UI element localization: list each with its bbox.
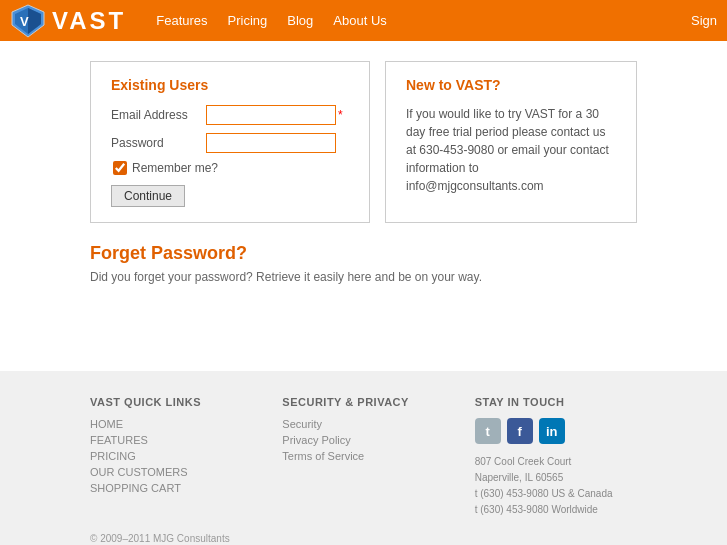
nav-about-us[interactable]: About Us [333, 13, 386, 28]
password-row: Password [111, 133, 349, 153]
nav-blog[interactable]: Blog [287, 13, 313, 28]
nav-pricing[interactable]: Pricing [228, 13, 268, 28]
address-line1: 807 Cool Creek Court [475, 454, 637, 470]
svg-text:V: V [20, 14, 29, 29]
logo-text: VAST [52, 7, 126, 35]
content-row: Existing Users Email Address * Password … [90, 61, 637, 223]
password-input[interactable] [206, 133, 336, 153]
facebook-icon[interactable]: f [507, 418, 533, 444]
footer-link-customers[interactable]: OUR CUSTOMERS [90, 466, 252, 478]
quick-links-col: VAST QUICK LINKS HOME FEATURES PRICING O… [90, 396, 252, 518]
footer: VAST QUICK LINKS HOME FEATURES PRICING O… [0, 371, 727, 545]
logo-area: V VAST [10, 3, 126, 39]
stay-in-touch-col: STAY IN TOUCH t f in 807 Cool Creek Cour… [475, 396, 637, 518]
main-content: Existing Users Email Address * Password … [0, 41, 727, 341]
remember-label: Remember me? [132, 161, 218, 175]
quick-links-title: VAST QUICK LINKS [90, 396, 252, 408]
stay-in-touch-title: STAY IN TOUCH [475, 396, 637, 408]
required-star: * [338, 108, 343, 122]
remember-checkbox[interactable] [113, 161, 127, 175]
email-row: Email Address * [111, 105, 349, 125]
security-title: SECURITY & PRIVACY [282, 396, 444, 408]
twitter-icon[interactable]: t [475, 418, 501, 444]
header: V VAST Features Pricing Blog About Us Si… [0, 0, 727, 41]
forget-password-section: Forget Password? Did you forget your pas… [90, 243, 637, 284]
footer-link-terms[interactable]: Terms of Service [282, 450, 444, 462]
remember-row: Remember me? [113, 161, 349, 175]
contact-info: 807 Cool Creek Court Naperville, IL 6056… [475, 454, 637, 518]
social-icons: t f in [475, 418, 637, 444]
footer-link-privacy[interactable]: Privacy Policy [282, 434, 444, 446]
existing-users-title: Existing Users [111, 77, 349, 93]
forget-password-title: Forget Password? [90, 243, 637, 264]
email-label: Email Address [111, 108, 206, 122]
address-line2: Naperville, IL 60565 [475, 470, 637, 486]
sign-link[interactable]: Sign [691, 13, 717, 28]
footer-link-home[interactable]: HOME [90, 418, 252, 430]
password-label: Password [111, 136, 206, 150]
logo-icon: V [10, 3, 46, 39]
phone-ww: t (630) 453-9080 Worldwide [475, 502, 637, 518]
footer-link-features[interactable]: FEATURES [90, 434, 252, 446]
email-input[interactable] [206, 105, 336, 125]
security-col: SECURITY & PRIVACY Security Privacy Poli… [282, 396, 444, 518]
footer-link-pricing[interactable]: PRICING [90, 450, 252, 462]
new-to-vast-description: If you would like to try VAST for a 30 d… [406, 105, 616, 195]
continue-button[interactable]: Continue [111, 185, 185, 207]
footer-inner: VAST QUICK LINKS HOME FEATURES PRICING O… [90, 396, 637, 518]
new-to-vast-title: New to VAST? [406, 77, 616, 93]
nav-features[interactable]: Features [156, 13, 207, 28]
phone-us: t (630) 453-9080 US & Canada [475, 486, 637, 502]
main-nav: Features Pricing Blog About Us [156, 13, 691, 28]
footer-link-security[interactable]: Security [282, 418, 444, 430]
linkedin-icon[interactable]: in [539, 418, 565, 444]
new-to-vast-box: New to VAST? If you would like to try VA… [385, 61, 637, 223]
footer-link-cart[interactable]: SHOPPING CART [90, 482, 252, 494]
forget-password-description: Did you forget your password? Retrieve i… [90, 270, 637, 284]
copyright: © 2009–2011 MJG Consultants [90, 533, 637, 544]
existing-users-box: Existing Users Email Address * Password … [90, 61, 370, 223]
